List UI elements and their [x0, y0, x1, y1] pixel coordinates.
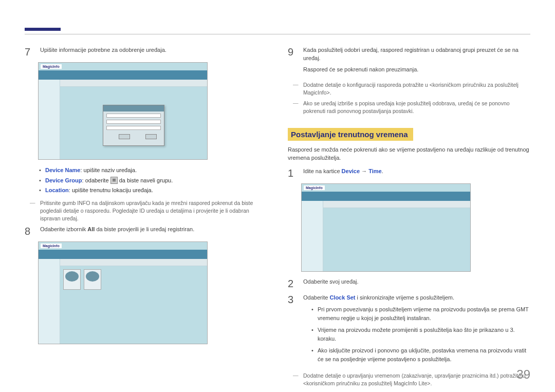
section-intro: Raspored se možda neće pokrenuti ako se … [288, 146, 530, 162]
app-topbar [39, 250, 207, 259]
step-number: 8 [25, 226, 33, 237]
note-config-details: Dodatne detalje o konfiguraciji raspored… [293, 81, 530, 97]
link-clock-set: Clock Set [329, 294, 355, 301]
bullet-location: Location: upišite trenutnu lokaciju uređ… [38, 186, 267, 195]
section-heading-time: Postavljanje trenutnog vremena [288, 128, 413, 141]
step-text: Odaberite svoj uređaj. [303, 278, 530, 290]
app-sidebar [302, 201, 323, 271]
app-topbar [302, 192, 470, 201]
note-device-delete: Ako se uređaj izbriše s popisa uređaja k… [293, 100, 530, 115]
step-1: 1 Idite na kartice Device → Time. [288, 167, 530, 179]
step-number: 7 [25, 46, 33, 58]
link-device: Device [342, 168, 360, 174]
step-number: 2 [288, 278, 296, 290]
app-subtoolbar [323, 201, 470, 208]
app-content [323, 208, 470, 271]
header-accent-bar [25, 28, 61, 31]
step-text: Upišite informacije potrebne za odobrenj… [40, 46, 267, 58]
right-column: 9 Kada poslužitelj odobri uređaj, raspor… [288, 46, 530, 390]
note-time-management: Dodatne detalje o upravljanju vremenom (… [293, 372, 530, 387]
app-topbar [39, 70, 207, 80]
approval-dialog [103, 105, 164, 146]
label-device-group: Device Group [45, 177, 82, 183]
app-subtoolbar [60, 259, 207, 266]
bullet-device-group: Device Group: odaberite da biste naveli … [38, 176, 267, 185]
device-card [63, 269, 81, 290]
list-item: Ako isključite proizvod i ponovno ga ukl… [310, 346, 530, 364]
step-9: 9 Kada poslužitelj odobri uređaj, raspor… [288, 46, 530, 77]
bold-all: All [87, 226, 95, 232]
label-device-name: Device Name [45, 167, 81, 173]
app-logo: MagicInfo [41, 64, 62, 69]
app-content [60, 266, 207, 344]
screenshot-all-devices: MagicInfo [38, 241, 208, 344]
step-number: 1 [288, 167, 296, 179]
group-select-icon [110, 177, 118, 184]
screenshot-approval-dialog: MagicInfo [38, 62, 208, 160]
app-sidebar [39, 80, 60, 159]
note-info-remote: Pritisnite gumb INFO na daljinskom uprav… [30, 199, 267, 223]
content-columns: 7 Upišite informacije potrebne za odobre… [25, 46, 530, 390]
step-2: 2 Odaberite svoj uređaj. [288, 278, 530, 290]
label-location: Location [45, 187, 69, 193]
list-item: Pri prvom povezivanju s poslužiteljem vr… [310, 305, 530, 323]
step3-bullets: Pri prvom povezivanju s poslužiteljem vr… [310, 305, 530, 364]
list-item: Vrijeme na proizvodu možete promijeniti … [310, 326, 530, 343]
step7-bullets: Device Name: upišite naziv uređaja. Devi… [38, 166, 267, 195]
step-7: 7 Upišite informacije potrebne za odobre… [25, 46, 267, 58]
step-number: 3 [288, 294, 296, 368]
link-time: Time [368, 168, 381, 174]
device-card [84, 269, 101, 290]
screenshot-device-time: MagicInfo [301, 183, 471, 272]
step-number: 9 [288, 46, 296, 77]
step-text: Kada poslužitelj odobri uređaj, raspored… [303, 46, 530, 77]
step-text: Idite na kartice Device → Time. [303, 167, 530, 179]
header-divider [25, 34, 530, 34]
step-text: Odaberite izbornik All da biste provjeri… [40, 226, 267, 237]
bullet-device-name: Device Name: upišite naziv uređaja. [38, 166, 267, 175]
app-content [60, 87, 207, 159]
app-logo: MagicInfo [304, 185, 325, 190]
app-logo: MagicInfo [41, 244, 62, 248]
left-column: 7 Upišite informacije potrebne za odobre… [25, 46, 267, 390]
app-subtoolbar [60, 80, 207, 87]
step-3: 3 Odaberite Clock Set i sinkronizirajte … [288, 294, 530, 368]
app-sidebar [39, 259, 60, 344]
step-8: 8 Odaberite izbornik All da biste provje… [25, 226, 267, 237]
page-number: 39 [516, 367, 530, 382]
step-text: Odaberite Clock Set i sinkronizirajte vr… [303, 294, 530, 368]
